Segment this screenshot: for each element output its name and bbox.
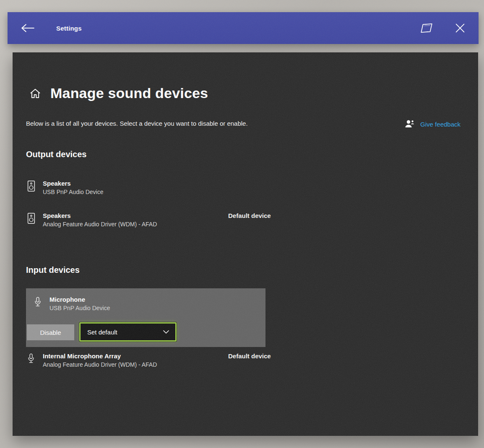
set-default-label: Set default <box>87 329 117 336</box>
disable-button[interactable]: Disable <box>27 324 74 340</box>
device-name: Microphone <box>49 295 110 304</box>
device-driver: Analog Feature Audio Driver (WDM) - AFAD <box>43 361 157 369</box>
device-driver: USB PnP Audio Device <box>43 188 104 197</box>
titlebar-title: Settings <box>56 25 82 32</box>
settings-panel: Manage sound devices Below is a list of … <box>13 52 478 436</box>
device-row-speakers-analog[interactable]: Speakers Analog Feature Audio Driver (WD… <box>26 211 278 228</box>
chevron-down-icon <box>163 330 169 334</box>
window-frame-button[interactable] <box>411 12 442 44</box>
speaker-icon <box>26 211 36 225</box>
close-icon <box>454 22 466 34</box>
window-frame-icon <box>420 22 433 34</box>
device-name: Speakers <box>43 179 104 188</box>
feedback-person-icon <box>404 119 414 129</box>
feedback-label: Give feedback <box>420 121 461 128</box>
page-title: Manage sound devices <box>50 85 208 101</box>
selected-device-card[interactable]: Microphone USB PnP Audio Device Disable … <box>26 288 265 347</box>
home-icon[interactable] <box>29 88 41 99</box>
output-devices-header: Output devices <box>26 150 86 159</box>
device-row-internal-mic[interactable]: Internal Microphone Array Analog Feature… <box>26 352 278 369</box>
device-name: Speakers <box>43 211 157 220</box>
device-driver: USB PnP Audio Device <box>49 304 110 313</box>
back-button[interactable] <box>8 12 48 44</box>
default-device-badge: Default device <box>228 352 271 360</box>
device-driver: Analog Feature Audio Driver (WDM) - AFAD <box>43 220 157 229</box>
page-description: Below is a list of all your devices. Sel… <box>26 119 273 129</box>
default-device-badge: Default device <box>228 212 271 219</box>
device-name: Internal Microphone Array <box>43 352 157 361</box>
give-feedback-link[interactable]: Give feedback <box>404 119 461 129</box>
speaker-icon <box>26 179 36 192</box>
back-arrow-icon <box>20 23 35 34</box>
input-devices-header: Input devices <box>26 265 80 275</box>
device-row-speakers-usb[interactable]: Speakers USB PnP Audio Device <box>26 179 278 196</box>
close-button[interactable] <box>442 12 479 44</box>
microphone-icon <box>26 352 36 365</box>
titlebar: Settings <box>8 12 479 44</box>
microphone-icon <box>33 295 43 312</box>
set-default-dropdown[interactable]: Set default <box>79 322 177 342</box>
